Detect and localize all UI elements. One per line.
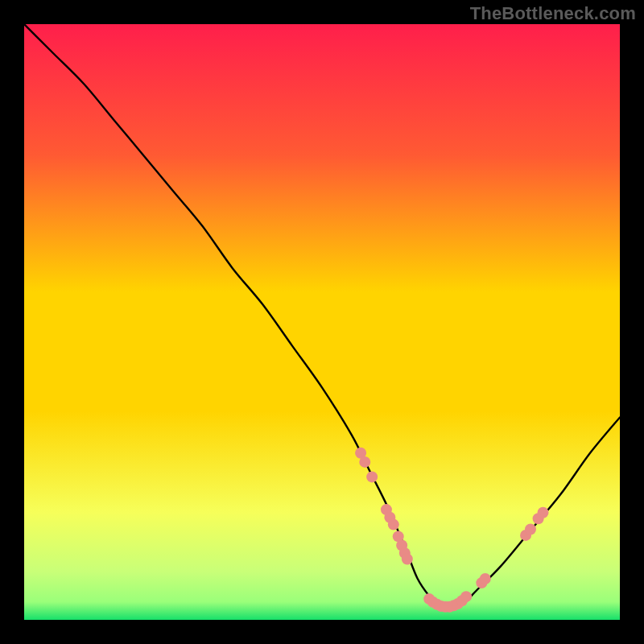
highlight-dot	[538, 507, 549, 518]
chart-svg	[24, 24, 620, 620]
chart-container: TheBottleneck.com	[0, 0, 644, 644]
highlight-dot	[402, 554, 413, 565]
highlight-dot	[359, 456, 370, 468]
plot-area	[24, 24, 620, 620]
highlight-dot	[480, 573, 491, 584]
highlight-dot	[525, 524, 536, 535]
plot-frame	[24, 24, 620, 620]
highlight-dot	[460, 591, 472, 602]
highlight-dot	[366, 471, 378, 482]
highlight-dot	[388, 519, 399, 530]
watermark-text: TheBottleneck.com	[470, 3, 636, 24]
